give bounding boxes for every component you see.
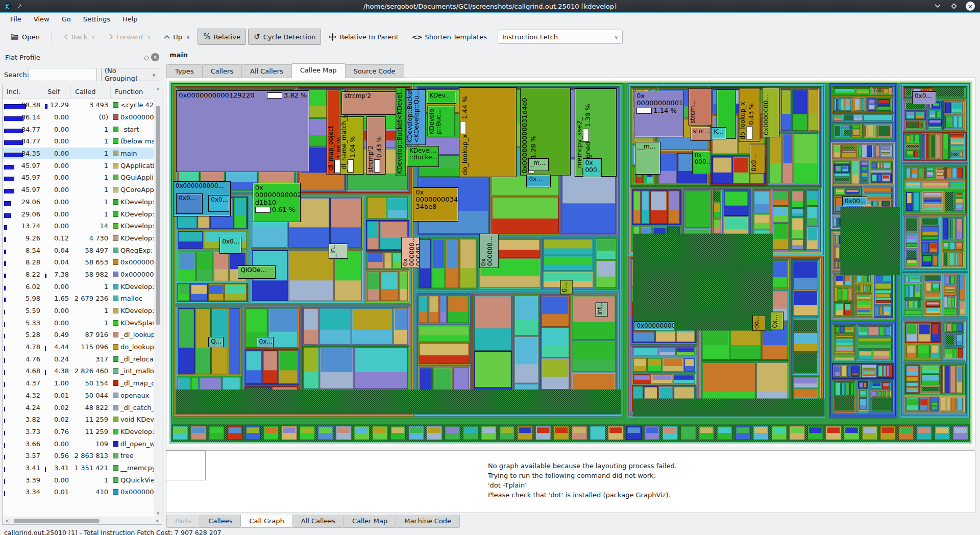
- table-row[interactable]: 3.820.0211 259void KDeve: [3, 414, 154, 426]
- horizontal-scrollbar[interactable]: < >: [3, 517, 162, 524]
- table-row[interactable]: 84.350.001main: [3, 148, 154, 160]
- table-row[interactable]: 29.060.001KDevelop::: [3, 208, 154, 220]
- treemap-block[interactable]: 0x0...: [912, 91, 936, 104]
- treemap-block[interactable]: do_lookup_x0.43 %: [739, 88, 760, 141]
- back-button[interactable]: Back∨: [58, 30, 101, 44]
- scroll-right-icon[interactable]: >: [153, 518, 162, 524]
- table-row[interactable]: 84.770.001_start: [3, 123, 154, 135]
- column-header-incl[interactable]: Incl.: [3, 85, 43, 98]
- treemap-block[interactable]: 0x0...: [750, 144, 765, 174]
- vertical-scrollbar[interactable]: ∧ ∨: [154, 85, 162, 517]
- graph-overview-box[interactable]: [166, 450, 206, 480]
- table-row[interactable]: 8.280.0458 6530x00000000: [3, 256, 154, 269]
- table-row[interactable]: 3.570.562 863 813free: [3, 450, 154, 462]
- treemap-block[interactable]: KDevelo p::Buc...: [428, 106, 455, 136]
- relative-toggle-button[interactable]: % Relative: [198, 29, 246, 45]
- table-row[interactable]: 5.280.4987 916_dl_lookup: [3, 329, 154, 341]
- treemap-block[interactable]: KDev...: [427, 91, 456, 104]
- scroll-down-icon[interactable]: ∨: [154, 510, 162, 516]
- tab-callee-map[interactable]: Callee Map: [291, 63, 346, 78]
- treemap-block[interactable]: _in...: [329, 244, 348, 259]
- relative-to-parent-button[interactable]: Relative to Parent: [323, 30, 404, 44]
- scroll-left-icon[interactable]: <: [3, 518, 12, 524]
- table-row[interactable]: 9.260.124 730KDevelop::: [3, 232, 154, 245]
- tab-machine-code[interactable]: Machine Code: [396, 515, 460, 528]
- column-header-called[interactable]: Called: [71, 85, 111, 98]
- scroll-up-icon[interactable]: ∧: [154, 86, 162, 91]
- table-row[interactable]: 4.760.24317_dl_relocat: [3, 353, 154, 365]
- column-header-self[interactable]: Self: [43, 85, 71, 98]
- treemap-block[interactable]: 0x 000...: [583, 158, 602, 177]
- table-header[interactable]: Incl.SelfCalledFunction: [3, 85, 162, 99]
- table-row[interactable]: 8.540.0458 497QRegExp::c: [3, 244, 154, 256]
- tab-source-code[interactable]: Source Code: [345, 64, 404, 78]
- treemap-block[interactable]: 0x0...: [176, 193, 203, 214]
- treemap-block[interactable]: KDevelop::Bucket<KDevel...: [396, 87, 406, 176]
- tab-call-graph[interactable]: Call Graph: [240, 515, 292, 528]
- up-button[interactable]: Up∨: [158, 30, 195, 44]
- tab-all-callers[interactable]: All Callers: [241, 64, 292, 78]
- treemap-block[interactable]: _dl_map_object1.96 %: [327, 90, 340, 175]
- hscroll-thumb[interactable]: [14, 519, 100, 523]
- tab-all-callees[interactable]: All Callees: [292, 515, 344, 528]
- table-row[interactable]: 98.3812.293 493<cycle 42>: [3, 99, 154, 111]
- treemap-block[interactable]: 0x0...: [219, 237, 241, 254]
- treemap-block[interactable]: K...: [711, 127, 726, 139]
- treemap-block[interactable]: _dl_name_match_p1.04 %: [340, 116, 364, 175]
- treemap-block[interactable]: KDevelop::Bucket <KDevelop::Qu...: [406, 89, 426, 145]
- treemap-block[interactable]: _m...: [528, 158, 549, 171]
- table-row[interactable]: 4.684.382 826 460_int_mallo: [3, 365, 154, 377]
- table-row[interactable]: 8.227.3858 9820x00000000: [3, 269, 154, 281]
- forward-button[interactable]: Forward∨: [103, 30, 157, 44]
- treemap-block[interactable]: 0x 00000000340 34be8: [413, 187, 458, 222]
- table-row[interactable]: 5.590.001KDevelop::: [3, 305, 154, 317]
- table-row[interactable]: 4.240.0248 822_dl_catch_: [3, 401, 154, 414]
- vscroll-thumb[interactable]: [156, 106, 160, 325]
- treemap-block[interactable]: 0...: [560, 280, 573, 294]
- grouping-select[interactable]: (No Grouping) ∨: [101, 68, 159, 81]
- treemap-block[interactable]: 0x 000000...: [479, 234, 499, 268]
- table-row[interactable]: 3.340.014100x00000000: [3, 486, 154, 498]
- table-row[interactable]: 29.060.001KDevelop::: [3, 196, 154, 208]
- tab-callers[interactable]: Callers: [202, 64, 242, 78]
- treemap-block[interactable]: 0x00000000...: [634, 321, 674, 331]
- table-row[interactable]: 45.970.001QApplicatio: [3, 159, 154, 172]
- treemap-block[interactable]: 0x0...: [208, 195, 229, 212]
- table-row[interactable]: 4.371.0050 154_dl_map_o: [3, 377, 154, 390]
- menu-view[interactable]: View: [29, 14, 55, 24]
- float-dock-icon[interactable]: ◇: [142, 53, 151, 62]
- treemap-block[interactable]: 0x00...: [842, 197, 867, 206]
- table-row[interactable]: 3.413.411 351 421__memcpy: [3, 462, 154, 474]
- shorten-templates-button[interactable]: <> Shorten Templates: [406, 30, 493, 44]
- pin-icon[interactable]: [16, 3, 22, 9]
- close-icon[interactable]: ×: [966, 2, 975, 11]
- table-row[interactable]: 45.970.001QCoreAppl: [3, 184, 154, 196]
- search-input[interactable]: [29, 68, 97, 81]
- treemap-block[interactable]: 0x...: [771, 312, 783, 330]
- treemap-block[interactable]: 3.82 %0x0000000000129220: [176, 90, 309, 173]
- menu-settings[interactable]: Settings: [78, 14, 115, 24]
- treemap-block[interactable]: 0x 000000... 000461...: [401, 237, 420, 268]
- table-row[interactable]: 5.330.001KDevSplash: [3, 317, 154, 329]
- treemap-block[interactable]: strcmp'20.43 %: [366, 116, 386, 175]
- table-row[interactable]: 3.730.7611 259KDevelop::: [3, 426, 154, 438]
- treemap-block[interactable]: 0x0000000...: [762, 88, 780, 137]
- treemap-block[interactable]: do...: [752, 315, 765, 331]
- event-type-select[interactable]: Instruction Fetch ∨: [498, 30, 623, 44]
- treemap-block[interactable]: 0x...: [526, 175, 550, 187]
- treemap-block[interactable]: 0x 00000000002 d1b100.61 %: [253, 183, 301, 222]
- tab-caller-map[interactable]: Caller Map: [344, 515, 396, 528]
- menu-go[interactable]: Go: [57, 14, 76, 24]
- table-row[interactable]: 13.740.0014KDevelop::: [3, 220, 154, 232]
- treemap-block[interactable]: strcmp'2: [341, 91, 397, 115]
- treemap-block[interactable]: int...: [596, 302, 608, 317]
- menu-help[interactable]: Help: [117, 14, 143, 24]
- treemap-block[interactable]: do_lookup_x1.44 %: [459, 87, 517, 177]
- menu-file[interactable]: File: [5, 14, 27, 24]
- table-row[interactable]: 86.140.00(0)0x00000000: [3, 111, 154, 124]
- table-row[interactable]: 84.770.001(below mai: [3, 135, 154, 148]
- table-row[interactable]: 4.784.44115 096do_lookup: [3, 341, 154, 353]
- table-row[interactable]: 3.660.00109dl_open_w: [3, 437, 154, 450]
- treemap-block[interactable]: 0x 000...: [692, 151, 712, 174]
- table-row[interactable]: 5.981.652 679 236malloc: [3, 293, 154, 305]
